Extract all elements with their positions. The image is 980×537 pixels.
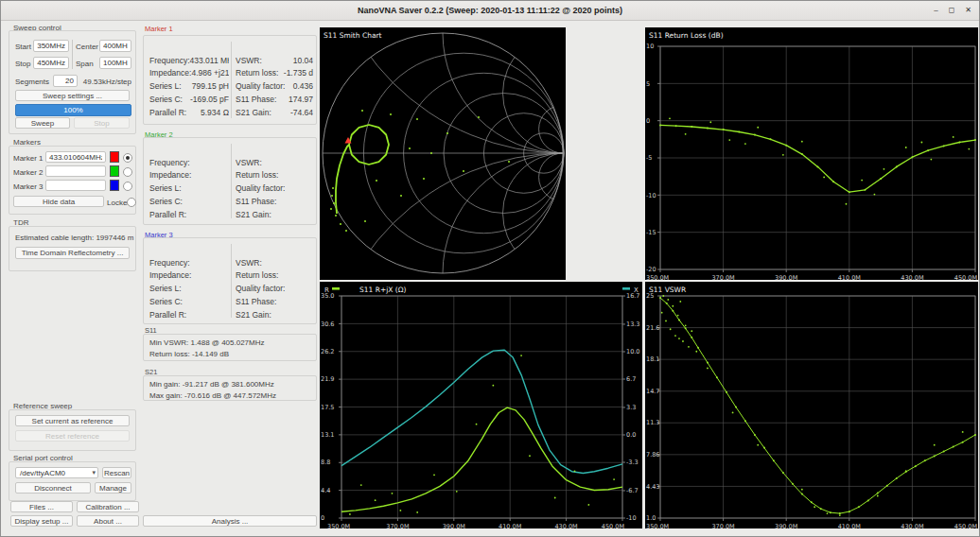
svg-text:18.1: 18.1 bbox=[646, 355, 659, 363]
disconnect-button[interactable]: Disconnect bbox=[15, 482, 91, 494]
svg-text:S11 VSWR: S11 VSWR bbox=[649, 286, 686, 294]
marker-data-row: S11 Phase: bbox=[236, 295, 313, 308]
marker2-radio[interactable] bbox=[123, 167, 132, 177]
marker1-panel-title: Marker 1 bbox=[145, 25, 173, 33]
return-loss-chart-panel[interactable]: 350.0M370.0M390.0M410.0M430.0M450.0M1050… bbox=[645, 27, 978, 280]
sweep-control-group: Start Center Stop Span Segments 49.53kHz… bbox=[9, 30, 136, 134]
about-button[interactable]: About ... bbox=[77, 515, 139, 527]
start-frequency-input[interactable] bbox=[33, 40, 69, 52]
span-label: Span bbox=[76, 60, 94, 68]
marker-data-row: Impedance:4.986 +j21 bbox=[149, 67, 229, 80]
svg-text:13.3: 13.3 bbox=[626, 320, 639, 328]
svg-text:450.0M: 450.0M bbox=[602, 523, 624, 528]
marker-data-row: VSWR: bbox=[236, 256, 313, 269]
marker-data-row: Parallel X:5.0017 nH bbox=[149, 119, 229, 120]
marker1-frequency-input[interactable] bbox=[45, 151, 106, 163]
marker3-frequency-input[interactable] bbox=[45, 180, 106, 191]
serial-port-value: /dev/ttyACM0 bbox=[20, 469, 65, 477]
locked-radio[interactable] bbox=[127, 198, 136, 207]
svg-text:390.0M: 390.0M bbox=[775, 274, 797, 280]
stop-frequency-input[interactable] bbox=[33, 57, 69, 69]
sweep-divider bbox=[72, 40, 73, 69]
svg-text:350.0M: 350.0M bbox=[646, 523, 669, 528]
vswr-chart[interactable]: 350.0M370.0M390.0M410.0M430.0M450.0M2521… bbox=[645, 282, 978, 528]
svg-text:S11 Return Loss (dB): S11 Return Loss (dB) bbox=[649, 31, 724, 40]
marker3-radio[interactable] bbox=[123, 182, 132, 191]
marker1-label: Marker 1 bbox=[13, 154, 44, 163]
calibration-button[interactable]: Calibration ... bbox=[77, 501, 139, 512]
s21-info-row: Min gain: -91.217 dB @ 381.600MHz bbox=[149, 380, 312, 391]
marker1-data-panel: Frequency:433.011 MHzImpedance:4.986 +j2… bbox=[143, 35, 317, 125]
marker-data-row: Series C:-169.05 pF bbox=[149, 93, 229, 106]
svg-text:0: 0 bbox=[321, 514, 324, 522]
marker-data-row: Quality factor:0.436 bbox=[236, 79, 313, 93]
marker-data-row bbox=[236, 41, 313, 54]
svg-text:11.3: 11.3 bbox=[646, 419, 659, 426]
svg-text:14.7: 14.7 bbox=[646, 388, 659, 395]
marker-data-row: Series C: bbox=[149, 195, 229, 208]
marker1-radio[interactable] bbox=[123, 153, 132, 163]
files-button[interactable]: Files ... bbox=[10, 501, 73, 512]
marker-data-row: Parallel R:5.934 Ω bbox=[149, 106, 229, 119]
smith-chart[interactable]: S11 Smith Chart bbox=[320, 27, 566, 280]
rescan-button[interactable]: Rescan bbox=[102, 467, 131, 478]
s11-info-panel: Min VSWR: 1.488 @ 405.027MHzReturn loss:… bbox=[143, 334, 317, 361]
svg-text:4.4: 4.4 bbox=[321, 487, 330, 494]
marker2-color-swatch[interactable] bbox=[110, 165, 119, 177]
smith-chart-panel[interactable]: S11 Smith Chart bbox=[320, 27, 566, 280]
display-setup-button[interactable]: Display setup ... bbox=[10, 515, 73, 527]
s11-info-row: Return loss: -14.149 dB bbox=[149, 350, 312, 361]
svg-text:-3.3: -3.3 bbox=[626, 459, 639, 466]
marker3-data-panel: Frequency:Impedance:Series L:Series C:Pa… bbox=[143, 237, 317, 324]
svg-text:5: 5 bbox=[646, 80, 650, 88]
serial-port-select[interactable]: /dev/ttyACM0 ▾ bbox=[15, 467, 98, 478]
marker-data-row: S11 Phase: bbox=[236, 195, 313, 208]
rjx-chart-panel[interactable]: 350.0M370.0M390.0M410.0M430.0M450.0M35.0… bbox=[320, 282, 642, 528]
marker3-color-swatch[interactable] bbox=[110, 180, 119, 191]
svg-text:1.0: 1.0 bbox=[646, 514, 656, 522]
svg-text:390.0M: 390.0M bbox=[775, 523, 797, 528]
chevron-down-icon: ▾ bbox=[92, 469, 96, 476]
segments-input[interactable] bbox=[53, 75, 78, 87]
segments-label: Segments bbox=[15, 78, 49, 86]
svg-text:350.0M: 350.0M bbox=[327, 523, 350, 528]
sweep-button[interactable]: Sweep bbox=[15, 117, 70, 129]
vswr-chart-panel[interactable]: 350.0M370.0M390.0M410.0M430.0M450.0M2521… bbox=[645, 282, 978, 528]
marker-data-row: Quality factor: bbox=[236, 282, 313, 295]
reference-sweep-group: Set current as reference Reset reference bbox=[9, 409, 136, 451]
marker-data-row bbox=[149, 143, 229, 156]
sweep-settings-button[interactable]: Sweep settings ... bbox=[15, 90, 130, 101]
span-frequency-input[interactable] bbox=[99, 57, 131, 69]
smith-grid bbox=[323, 27, 566, 280]
hide-data-button[interactable]: Hide data bbox=[13, 196, 104, 207]
reset-reference-button[interactable]: Reset reference bbox=[15, 430, 130, 442]
center-frequency-input[interactable] bbox=[99, 40, 131, 52]
manage-button[interactable]: Manage bbox=[95, 482, 131, 494]
svg-text:X: X bbox=[634, 286, 639, 294]
stop-button[interactable]: Stop bbox=[74, 117, 130, 129]
svg-text:6.7: 6.7 bbox=[626, 375, 636, 383]
return-loss-chart[interactable]: 350.0M370.0M390.0M410.0M430.0M450.0M1050… bbox=[645, 27, 978, 280]
marker-data-row: Series L:799.15 pH bbox=[149, 79, 229, 93]
marker2-frequency-input[interactable] bbox=[45, 165, 106, 177]
svg-text:430.0M: 430.0M bbox=[901, 523, 923, 528]
svg-text:370.0M: 370.0M bbox=[711, 274, 734, 280]
tdr-button[interactable]: Time Domain Reflectometry ... bbox=[15, 247, 130, 259]
svg-text:-5: -5 bbox=[646, 154, 652, 162]
svg-text:S11 R+jX (Ω): S11 R+jX (Ω) bbox=[359, 286, 406, 294]
marker-data-row bbox=[149, 243, 229, 256]
rjx-chart[interactable]: 350.0M370.0M390.0M410.0M430.0M450.0M35.0… bbox=[320, 282, 642, 528]
serial-port-group: /dev/ttyACM0 ▾ Rescan Disconnect Manage bbox=[9, 461, 136, 501]
stop-label: Stop bbox=[15, 60, 30, 68]
svg-text:430.0M: 430.0M bbox=[901, 274, 923, 280]
marker-data-row bbox=[236, 143, 313, 156]
marker1-color-swatch[interactable] bbox=[110, 151, 119, 163]
marker-data-row: VSWR:10.04 bbox=[236, 54, 313, 67]
svg-text:350.0M: 350.0M bbox=[646, 274, 669, 280]
svg-text:21.9: 21.9 bbox=[321, 375, 334, 383]
svg-text:370.0M: 370.0M bbox=[386, 523, 409, 528]
analysis-button[interactable]: Analysis ... bbox=[143, 515, 317, 527]
svg-text:410.0M: 410.0M bbox=[838, 523, 861, 528]
marker-data-row: Frequency:433.011 MHz bbox=[149, 54, 229, 67]
set-reference-button[interactable]: Set current as reference bbox=[15, 415, 130, 426]
